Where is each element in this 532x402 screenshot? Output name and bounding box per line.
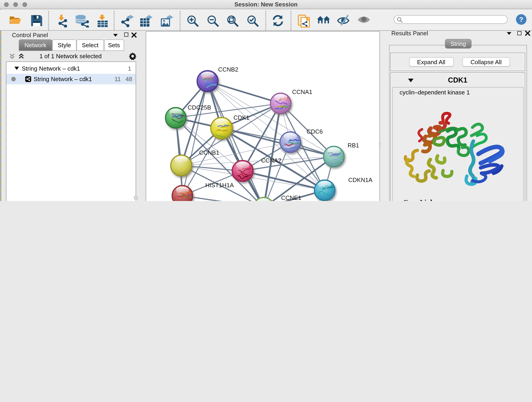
svg-text:CCNA1: CCNA1 (292, 89, 312, 95)
svg-text:CCNB2: CCNB2 (218, 66, 238, 73)
svg-text:CDKN1A: CDKN1A (348, 177, 373, 183)
svg-text:CCNA2: CCNA2 (261, 157, 281, 164)
svg-text:CCNE1: CCNE1 (281, 194, 301, 201)
svg-text:HIST1H1A: HIST1H1A (205, 182, 234, 189)
svg-text:CDK1: CDK1 (234, 114, 249, 121)
svg-text:CCNB1: CCNB1 (199, 149, 219, 156)
svg-text:CDC6: CDC6 (307, 128, 323, 135)
svg-text:?: ? (519, 16, 523, 23)
svg-text:RB1: RB1 (348, 142, 359, 149)
svg-text:CDC25B: CDC25B (188, 104, 211, 111)
